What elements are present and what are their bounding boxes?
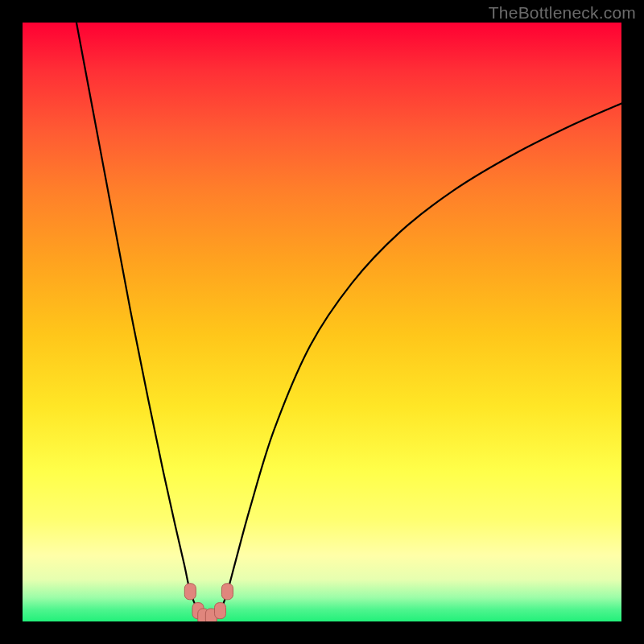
curve-marker [221, 584, 233, 600]
plot-area [23, 23, 621, 621]
curve-marker [215, 603, 226, 619]
curve-markers [184, 584, 233, 621]
bottleneck-curve [76, 23, 621, 617]
curve-svg [23, 23, 621, 621]
watermark-text: TheBottleneck.com [489, 3, 636, 23]
chart-stage: TheBottleneck.com [0, 0, 644, 644]
curve-marker [184, 584, 196, 600]
